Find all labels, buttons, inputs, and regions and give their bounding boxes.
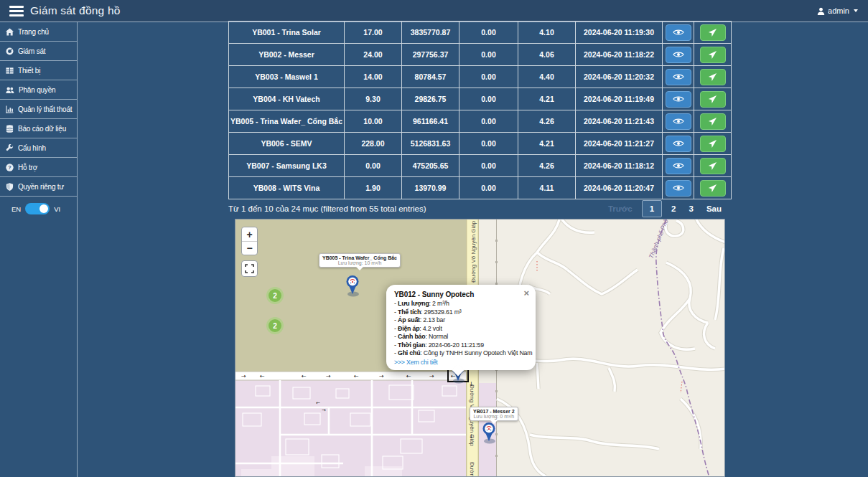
locate-button[interactable] [700, 113, 726, 130]
popup-title: YB012 - Sunny Opotech [394, 291, 528, 298]
cell-view [663, 44, 694, 66]
marker-cluster[interactable]: 2 [266, 317, 284, 334]
cell-flow: 1.90 [345, 177, 402, 199]
locate-button[interactable] [700, 69, 726, 85]
eye-icon [673, 162, 684, 169]
sidebar-item-label: Quyền riêng tư [18, 183, 64, 191]
cell-view [663, 155, 694, 177]
tooltip-title: YB005 - Trina Wafer_ Cổng Bắc [322, 255, 397, 260]
language-switch[interactable] [25, 203, 50, 214]
cell-view [663, 22, 694, 44]
popup-detail-link[interactable]: >>> Xem chi tiết [394, 359, 528, 366]
tooltip-subtitle: Lưu lượng: 10 m³/h [322, 260, 397, 265]
table-row: YB001 - Trina Solar17.003835770.870.004.… [229, 22, 732, 44]
pagination: Trước 1 2 3 Sau [602, 200, 728, 217]
pagination-page-1[interactable]: 1 [642, 200, 662, 217]
cell-name: YB006 - SEMV [229, 133, 345, 155]
cluster-count: 2 [269, 319, 281, 332]
sidebar-item-devices[interactable]: Thiết bị [0, 61, 77, 80]
cell-locate [694, 66, 732, 88]
cell-time: 2024-06-20 11:20:32 [576, 66, 663, 88]
view-button[interactable] [666, 180, 691, 197]
popup-field: - Cảnh báo: Normal [394, 333, 528, 341]
fullscreen-icon [245, 264, 254, 273]
dashboard-icon [6, 47, 14, 55]
users-icon [6, 86, 14, 94]
sidebar-item-label: Phân quyền [19, 86, 55, 94]
view-button[interactable] [666, 69, 691, 85]
zoom-in-button[interactable]: + [242, 227, 257, 241]
caret-down-icon [854, 9, 858, 12]
lang-en-label: EN [11, 205, 21, 213]
help-icon: ? [6, 164, 14, 171]
cell-loss: 0.00 [459, 110, 518, 133]
table-row: YB006 - SEMV228.005126831.630.004.212024… [229, 133, 732, 155]
sidebar-item-privacy[interactable]: Quyền riêng tư [0, 177, 77, 197]
cell-voltage: 4.11 [518, 177, 576, 199]
switch-knob [39, 204, 48, 213]
meter-marker-yb017[interactable] [480, 422, 498, 445]
popup-close-button[interactable]: × [523, 288, 529, 298]
sidebar-item-settings[interactable]: Cấu hình [0, 138, 77, 158]
view-button[interactable] [666, 113, 691, 130]
locate-button[interactable] [700, 91, 726, 108]
cluster-count: 2 [269, 289, 281, 302]
home-icon [6, 28, 14, 36]
view-button[interactable] [666, 91, 691, 108]
road-label: Đường Võ Nguyên Giáp [470, 220, 477, 283]
sidebar-item-monitor[interactable]: Giám sát [0, 42, 77, 61]
view-button[interactable] [666, 24, 691, 41]
cell-loss: 0.00 [459, 44, 518, 66]
meters-table: YB001 - Trina Solar17.003835770.870.004.… [228, 21, 732, 199]
cell-flow: 14.00 [345, 66, 402, 88]
cell-voltage: 4.10 [518, 22, 576, 44]
locate-button[interactable] [700, 47, 726, 63]
user-name: admin [828, 6, 849, 15]
locate-button[interactable] [700, 24, 726, 41]
pagination-page-3[interactable]: 3 [683, 204, 700, 213]
cell-voltage: 4.21 [518, 133, 576, 155]
cell-time: 2024-06-20 11:21:43 [576, 110, 663, 133]
sidebar-item-help[interactable]: ? Hỗ trợ [0, 158, 77, 177]
cell-name: YB007 - Samsung LK3 [229, 155, 345, 177]
marker-cluster[interactable]: 2 [266, 287, 284, 304]
sidebar-item-label: Giám sát [18, 47, 45, 55]
menu-toggle-icon[interactable] [9, 4, 24, 19]
lang-vi-label: VI [54, 205, 60, 213]
sidebar-item-permissions[interactable]: Phân quyền [0, 80, 77, 100]
fullscreen-button[interactable] [241, 260, 258, 277]
popup-field: - Ghi chú: Công ty TNHH Sunny Opotech Vi… [394, 349, 528, 358]
svg-text:←: ← [354, 373, 359, 379]
cell-voltage: 4.06 [518, 44, 576, 66]
cell-volume: 297756.37 [402, 44, 459, 66]
locate-button[interactable] [700, 136, 726, 152]
cell-view [663, 177, 694, 199]
cell-flow: 228.00 [345, 133, 402, 155]
popup-field: - Điện áp: 4.2 volt [394, 325, 528, 334]
cell-name: YB005 - Trina Wafer_ Cổng Bắc [229, 110, 345, 133]
locate-button[interactable] [700, 158, 726, 174]
cell-time: 2024-06-20 11:18:12 [576, 155, 663, 177]
cell-loss: 0.00 [459, 177, 518, 199]
user-icon [817, 7, 825, 15]
view-button[interactable] [666, 47, 691, 63]
cell-locate [694, 133, 732, 155]
popup-field: - Lưu lượng: 2 m³/h [394, 300, 528, 308]
pagination-next[interactable]: Sau [700, 204, 728, 213]
sidebar-item-reports[interactable]: Báo cáo dữ liệu [0, 119, 77, 138]
sidebar-item-home[interactable]: Trang chủ [0, 22, 77, 42]
meter-marker-yb005[interactable] [343, 275, 362, 298]
view-button[interactable] [666, 136, 691, 152]
locate-button[interactable] [700, 180, 726, 197]
map[interactable]: →←←→←→←→← ↓↓ ←→ Đường Võ Nguyên Giáp Đườ… [235, 219, 725, 477]
zoom-out-button[interactable]: − [242, 241, 257, 255]
svg-text:←: ← [406, 373, 411, 379]
user-menu[interactable]: admin [817, 0, 858, 22]
pagination-prev[interactable]: Trước [602, 204, 639, 213]
location-arrow-icon [708, 117, 717, 126]
tooltip-subtitle: Lưu lượng: 0 m³/h [473, 414, 515, 419]
sidebar-item-label: Cấu hình [18, 144, 46, 152]
pagination-page-2[interactable]: 2 [665, 204, 682, 213]
view-button[interactable] [666, 158, 691, 174]
sidebar-item-loss-management[interactable]: Quản lý thất thoát [0, 100, 77, 119]
